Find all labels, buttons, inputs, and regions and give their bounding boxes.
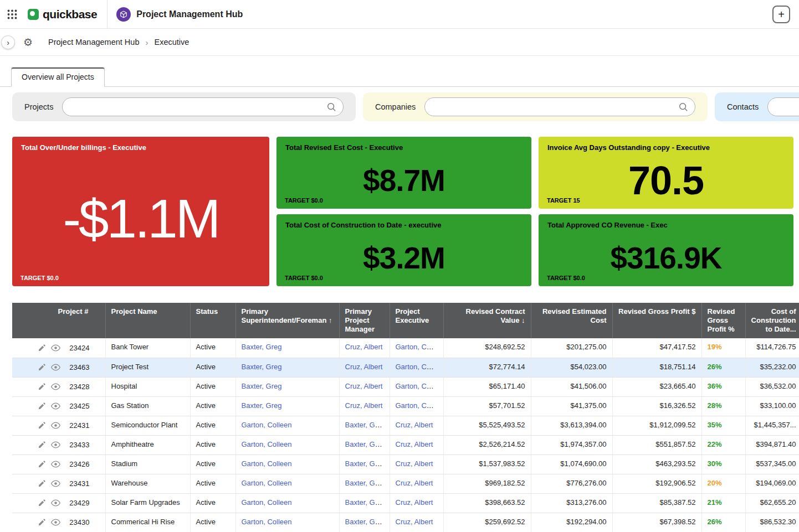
topbar-divider [107, 0, 107, 29]
kpi-target: TARGET $0.0 [285, 275, 323, 281]
project-manager-link[interactable]: Baxter, Greg [345, 459, 386, 468]
projects-search[interactable] [62, 97, 344, 116]
project-executive-link[interactable]: Garton, Colleen [396, 363, 444, 371]
project-executive-link[interactable]: Cruz, Albert [396, 479, 433, 487]
breadcrumb-app-link[interactable]: Project Management Hub [48, 38, 139, 47]
table-row[interactable]: 23433AmphitheatreActiveGarton, ColleenBa… [12, 435, 799, 454]
kpi-target: TARGET $0.0 [285, 197, 323, 204]
projects-filter-group: Projects [12, 92, 356, 121]
project-manager-link[interactable]: Baxter, Greg [345, 498, 386, 507]
table-row[interactable]: 23463Project TestActiveBaxter, GregCruz,… [12, 358, 799, 377]
view-icon[interactable] [51, 499, 60, 507]
quickbase-logo[interactable]: quickbase [28, 8, 97, 21]
superintendent-link[interactable]: Baxter, Greg [242, 382, 282, 390]
settings-gear-icon[interactable]: ⚙ [23, 37, 33, 48]
superintendent-link[interactable]: Baxter, Greg [242, 343, 282, 351]
view-icon[interactable] [51, 441, 60, 448]
column-header-primary-superintendent[interactable]: Primary Superintendent/Foreman ↑ [235, 303, 339, 338]
gross-profit-percent: 20% [701, 474, 745, 493]
table-row[interactable]: 23425Gas StationActiveBaxter, GregCruz, … [12, 396, 799, 416]
project-manager-link[interactable]: Cruz, Albert [345, 401, 383, 410]
companies-search-input[interactable] [432, 103, 678, 111]
table-row[interactable]: 23424Bank TowerActiveBaxter, GregCruz, A… [12, 338, 799, 358]
projects-search-input[interactable] [69, 103, 326, 111]
column-header-cost-of-construction[interactable]: Cost of Construction to Date... [745, 303, 799, 338]
column-header-primary-project-manager[interactable]: Primary Project Manager [339, 303, 390, 338]
edit-icon[interactable] [38, 479, 46, 488]
view-icon[interactable] [51, 383, 60, 390]
kpi-grid: Total Over/Under billings - Executive -$… [12, 137, 799, 286]
project-manager-link[interactable]: Baxter, Greg [345, 421, 386, 429]
column-header-project-number[interactable]: Project # [12, 303, 105, 338]
table-row[interactable]: 23428HospitalActiveBaxter, GregCruz, Alb… [12, 377, 799, 396]
view-icon[interactable] [51, 364, 60, 371]
superintendent-link[interactable]: Garton, Colleen [242, 440, 292, 448]
view-icon[interactable] [51, 519, 60, 526]
topbar: quickbase Project Management Hub + [0, 0, 799, 29]
view-icon[interactable] [51, 480, 60, 487]
project-number: 23429 [69, 499, 105, 507]
edit-icon[interactable] [38, 383, 46, 391]
new-tab-button[interactable]: + [772, 6, 790, 23]
project-executive-link[interactable]: Cruz, Albert [396, 440, 433, 448]
view-icon[interactable] [51, 402, 60, 410]
project-executive-link[interactable]: Cruz, Albert [396, 421, 433, 429]
edit-icon[interactable] [38, 518, 46, 526]
column-header-revised-gross-profit[interactable]: Revised Gross Profit $ [612, 303, 701, 338]
contacts-search[interactable] [767, 97, 799, 116]
view-icon[interactable] [51, 422, 60, 429]
edit-icon[interactable] [38, 344, 46, 352]
sidebar-expand-button[interactable]: › [1, 35, 15, 49]
edit-icon[interactable] [38, 441, 46, 449]
column-header-project-executive[interactable]: Project Executive [390, 303, 443, 338]
superintendent-link[interactable]: Garton, Colleen [242, 459, 292, 468]
edit-icon[interactable] [38, 363, 46, 371]
tab-overview-all-projects[interactable]: Overview all Projects [11, 67, 105, 87]
project-executive-link[interactable]: Cruz, Albert [396, 459, 433, 468]
view-icon[interactable] [51, 461, 60, 468]
project-manager-link[interactable]: Cruz, Albert [345, 343, 383, 351]
superintendent-link[interactable]: Garton, Colleen [242, 421, 292, 429]
project-executive-link[interactable]: Cruz, Albert [396, 498, 433, 507]
superintendent-link[interactable]: Garton, Colleen [242, 479, 292, 487]
column-header-revised-estimated-cost[interactable]: Revised Estimated Cost [531, 303, 612, 338]
table-row[interactable]: 22431Semiconductor PlantActiveGarton, Co… [12, 416, 799, 435]
project-manager-link[interactable]: Baxter, Greg [345, 479, 386, 487]
project-executive-link[interactable]: Garton, Colleen [396, 343, 444, 351]
table-header-row: Project #Project NameStatusPrimary Super… [12, 303, 799, 338]
project-executive-link[interactable]: Cruz, Albert [396, 518, 433, 526]
project-manager-link[interactable]: Cruz, Albert [345, 363, 383, 371]
column-header-status[interactable]: Status [190, 303, 235, 338]
edit-icon[interactable] [38, 402, 46, 410]
revised-contract-value: $72,774.14 [443, 358, 531, 377]
superintendent-link[interactable]: Baxter, Greg [242, 401, 282, 410]
project-executive-link[interactable]: Garton, Colleen [396, 382, 444, 390]
contacts-search-input[interactable] [775, 103, 799, 111]
project-executive-link[interactable]: Garton, Colleen [396, 401, 444, 410]
table-row[interactable]: 23431WarehouseActiveGarton, ColleenBaxte… [12, 474, 799, 493]
project-name: Amphitheatre [105, 435, 190, 454]
edit-icon[interactable] [38, 421, 46, 430]
superintendent-link[interactable]: Baxter, Greg [242, 363, 282, 371]
superintendent-link[interactable]: Garton, Colleen [242, 518, 292, 526]
table-row[interactable]: 23430Commerical Hi RiseActiveGarton, Col… [12, 513, 799, 532]
project-manager-link[interactable]: Baxter, Greg [345, 440, 386, 448]
column-header-revised-contract-value[interactable]: Revised Contract Value ↓ [443, 303, 531, 338]
edit-icon[interactable] [38, 499, 46, 507]
revised-estimated-cost: $41,375.00 [531, 396, 612, 416]
column-header-project-name[interactable]: Project Name [105, 303, 190, 338]
gross-profit-percent: 26% [701, 513, 745, 532]
app-launcher-icon[interactable] [7, 9, 18, 20]
view-icon[interactable] [51, 344, 60, 352]
project-manager-link[interactable]: Cruz, Albert [345, 382, 383, 390]
filter-row: Projects Companies Contacts [12, 92, 799, 121]
table-row[interactable]: 23429Solar Farm UpgradesActiveGarton, Co… [12, 493, 799, 513]
kpi-total-approved-co-revenue: Total Approved CO Revenue - Exec $316.9K… [539, 214, 793, 286]
companies-search[interactable] [424, 97, 695, 116]
superintendent-link[interactable]: Garton, Colleen [242, 498, 292, 507]
column-header-revised-gross-profit-pct[interactable]: Revised Gross Profit % [701, 303, 745, 338]
project-manager-link[interactable]: Baxter, Greg [345, 518, 386, 526]
table-row[interactable]: 23426StadiumActiveGarton, ColleenBaxter,… [12, 454, 799, 474]
edit-icon[interactable] [38, 460, 46, 468]
kpi-title: Total Revised Est Cost - Executive [276, 137, 531, 152]
